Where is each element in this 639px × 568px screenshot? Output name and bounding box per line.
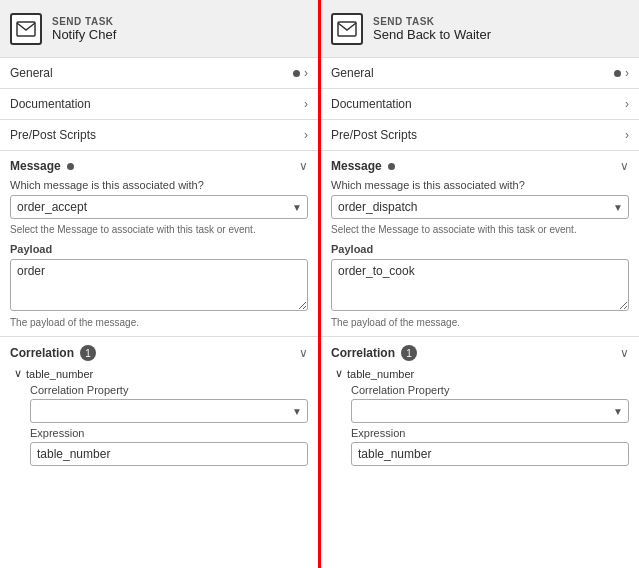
task-type-label: SEND TASK <box>373 16 491 27</box>
section-label: Documentation <box>331 97 412 111</box>
dot-indicator <box>293 70 300 77</box>
header-text: SEND TASK Send Back to Waiter <box>373 16 491 42</box>
payload-textarea[interactable]: order_to_cook <box>331 259 629 311</box>
corr-property-label: Correlation Property <box>30 384 308 396</box>
correlation-title-group: Correlation 1 <box>10 345 96 361</box>
section-controls: › <box>304 128 308 142</box>
expression-label: Expression <box>30 427 308 439</box>
correlation-item-header: ∨ table_number <box>14 367 308 380</box>
message-title: Message <box>10 159 74 173</box>
task-type-label: SEND TASK <box>52 16 116 27</box>
message-label: Message <box>331 159 382 173</box>
message-chevron-down-icon[interactable]: ∨ <box>299 159 308 173</box>
section-title: General <box>331 66 374 80</box>
correlation-item-name: table_number <box>26 368 93 380</box>
section-title: General <box>10 66 53 80</box>
correlation-controls: ∨ <box>299 346 308 360</box>
message-hint-text: Select the Message to associate with thi… <box>331 223 629 237</box>
message-chevron-down-icon[interactable]: ∨ <box>620 159 629 173</box>
corr-select-wrapper: ▼ <box>30 399 308 423</box>
correlation-chevron-down-icon[interactable]: ∨ <box>620 346 629 360</box>
expression-input-wrapper <box>30 442 308 466</box>
section-title: Pre/Post Scripts <box>331 128 417 142</box>
expression-input[interactable] <box>351 442 629 466</box>
correlation-item: ∨ table_number Correlation Property ▼ Ex… <box>335 367 629 466</box>
header-text: SEND TASK Notify Chef <box>52 16 116 42</box>
message-dot <box>67 163 74 170</box>
section-row-documentation[interactable]: Documentation › <box>0 89 318 120</box>
payload-label: Payload <box>331 243 629 255</box>
panel-header: SEND TASK Notify Chef <box>0 0 318 58</box>
message-hint-text: Select the Message to associate with thi… <box>10 223 308 237</box>
message-section: Message ∨ Which message is this associat… <box>0 151 318 337</box>
message-select[interactable]: order_accept <box>10 195 308 219</box>
section-label: Documentation <box>10 97 91 111</box>
payload-label: Payload <box>10 243 308 255</box>
correlation-expand-icon[interactable]: ∨ <box>14 367 22 380</box>
task-name-label: Send Back to Waiter <box>373 27 491 42</box>
correlation-title: Correlation <box>331 346 395 360</box>
message-section: Message ∨ Which message is this associat… <box>321 151 639 337</box>
correlation-expand-icon[interactable]: ∨ <box>335 367 343 380</box>
corr-property-select[interactable] <box>351 399 629 423</box>
corr-select-wrapper: ▼ <box>351 399 629 423</box>
dot-indicator <box>614 70 621 77</box>
message-title: Message <box>331 159 395 173</box>
correlation-header: Correlation 1 ∨ <box>10 345 308 361</box>
section-row-general[interactable]: General › <box>0 58 318 89</box>
correlation-header: Correlation 1 ∨ <box>331 345 629 361</box>
section-row-documentation[interactable]: Documentation › <box>321 89 639 120</box>
task-name-label: Notify Chef <box>52 27 116 42</box>
panel-header: SEND TASK Send Back to Waiter <box>321 0 639 58</box>
svg-rect-1 <box>338 22 356 36</box>
panel-right: SEND TASK Send Back to Waiter General › … <box>321 0 639 568</box>
expression-input[interactable] <box>30 442 308 466</box>
section-controls: › <box>304 97 308 111</box>
correlation-title-group: Correlation 1 <box>331 345 417 361</box>
correlation-badge: 1 <box>401 345 417 361</box>
message-controls: ∨ <box>620 159 629 173</box>
expression-input-wrapper <box>351 442 629 466</box>
section-title: Pre/Post Scripts <box>10 128 96 142</box>
payload-hint: The payload of the message. <box>10 317 308 328</box>
message-question-label: Which message is this associated with? <box>10 179 308 191</box>
section-controls: › <box>625 128 629 142</box>
section-row-pre-post-scripts[interactable]: Pre/Post Scripts › <box>0 120 318 151</box>
expression-label: Expression <box>351 427 629 439</box>
section-label: Pre/Post Scripts <box>10 128 96 142</box>
correlation-item-header: ∨ table_number <box>335 367 629 380</box>
send-task-icon <box>10 13 42 45</box>
section-controls: › <box>625 97 629 111</box>
corr-property-select[interactable] <box>30 399 308 423</box>
correlation-section: Correlation 1 ∨ ∨ table_number Correlati… <box>321 337 639 474</box>
message-select-wrapper: order_dispatch ▼ <box>331 195 629 219</box>
section-title: Documentation <box>331 97 412 111</box>
panel-left: SEND TASK Notify Chef General › Document… <box>0 0 321 568</box>
message-select[interactable]: order_dispatch <box>331 195 629 219</box>
corr-property-label: Correlation Property <box>351 384 629 396</box>
message-controls: ∨ <box>299 159 308 173</box>
message-select-wrapper: order_accept ▼ <box>10 195 308 219</box>
chevron-right-icon: › <box>304 97 308 111</box>
chevron-right-icon: › <box>625 97 629 111</box>
section-label: General <box>10 66 53 80</box>
correlation-controls: ∨ <box>620 346 629 360</box>
message-section-header: Message ∨ <box>331 159 629 173</box>
section-row-general[interactable]: General › <box>321 58 639 89</box>
section-row-pre-post-scripts[interactable]: Pre/Post Scripts › <box>321 120 639 151</box>
message-dot <box>388 163 395 170</box>
correlation-item: ∨ table_number Correlation Property ▼ Ex… <box>14 367 308 466</box>
svg-rect-0 <box>17 22 35 36</box>
correlation-chevron-down-icon[interactable]: ∨ <box>299 346 308 360</box>
correlation-title: Correlation <box>10 346 74 360</box>
chevron-right-icon: › <box>304 128 308 142</box>
section-label: General <box>331 66 374 80</box>
message-section-header: Message ∨ <box>10 159 308 173</box>
payload-textarea[interactable]: order <box>10 259 308 311</box>
section-controls: › <box>293 66 308 80</box>
section-title: Documentation <box>10 97 91 111</box>
correlation-section: Correlation 1 ∨ ∨ table_number Correlati… <box>0 337 318 474</box>
chevron-right-icon: › <box>625 66 629 80</box>
correlation-item-name: table_number <box>347 368 414 380</box>
chevron-right-icon: › <box>304 66 308 80</box>
